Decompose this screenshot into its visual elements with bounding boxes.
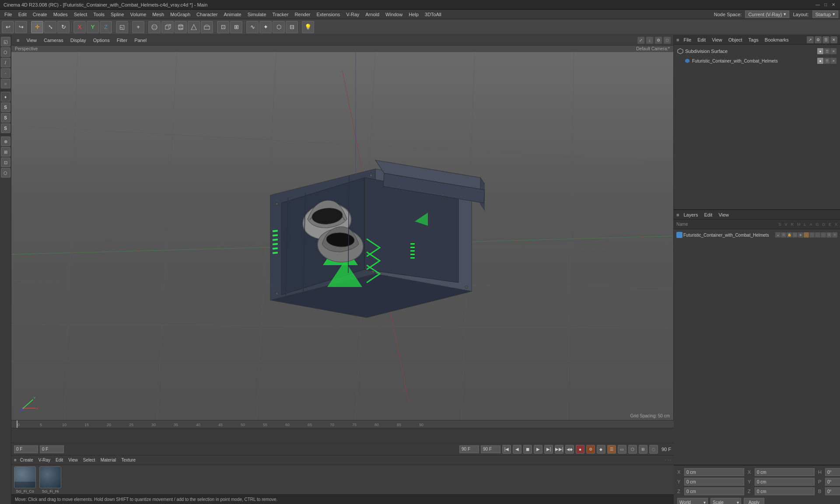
- obj-tags[interactable]: Tags: [747, 36, 760, 43]
- layer-vis[interactable]: ☰: [781, 232, 786, 238]
- obj-view[interactable]: View: [710, 36, 724, 43]
- layer-del[interactable]: ✕: [832, 232, 837, 238]
- vp-render-icon[interactable]: ↓: [646, 37, 653, 44]
- frame-input-2[interactable]: [40, 445, 64, 453]
- obj-file[interactable]: File: [682, 36, 693, 43]
- extrude-left-icon[interactable]: ⬡: [1, 168, 10, 178]
- menu-edit[interactable]: Edit: [16, 11, 29, 18]
- rotate-tool-btn[interactable]: ↻: [57, 21, 70, 33]
- sub-btn-1[interactable]: ●: [817, 48, 823, 54]
- track-btn[interactable]: ☰: [607, 445, 616, 454]
- mat-menu-toggle[interactable]: ≡: [14, 458, 17, 462]
- menu-spline[interactable]: Spline: [108, 11, 127, 18]
- size-h-input[interactable]: [825, 468, 840, 476]
- mat-edit[interactable]: Edit: [54, 457, 65, 463]
- start-frame[interactable]: [459, 445, 479, 453]
- cube-btn[interactable]: [161, 21, 174, 33]
- scale-tool-btn[interactable]: ⤡: [44, 21, 56, 33]
- obj-icon-1[interactable]: ↗: [807, 36, 814, 43]
- spline-tool-btn[interactable]: ∿: [246, 21, 259, 33]
- pos-x-input[interactable]: [684, 468, 744, 476]
- go-to-end-btn[interactable]: ▶▶|: [555, 445, 564, 454]
- menu-arnold[interactable]: Arnold: [363, 11, 382, 18]
- prev-frame-btn[interactable]: ◀: [513, 445, 522, 454]
- menu-create[interactable]: Create: [30, 11, 50, 18]
- vp-settings-icon[interactable]: ⚙: [655, 37, 662, 44]
- mesh-mode-icon[interactable]: ⬡: [1, 47, 10, 57]
- parent-btn[interactable]: ◱: [116, 21, 128, 33]
- y-axis-btn[interactable]: Y: [87, 21, 99, 33]
- timeline-settings-btn[interactable]: ◌: [649, 445, 658, 454]
- preview-btn[interactable]: ⬡: [628, 445, 637, 454]
- timeline-ruler[interactable]: 0 5 10 15 20 25 30 35 40 45 50 55 60 65 …: [11, 420, 674, 428]
- vp-menu-cameras[interactable]: Cameras: [41, 37, 66, 44]
- end-frame[interactable]: [481, 445, 500, 453]
- layer-g4[interactable]: ☰: [826, 232, 832, 238]
- light-btn[interactable]: 💡: [302, 21, 314, 33]
- material-swatch-1[interactable]: Sci_Fi_Co: [14, 466, 36, 494]
- obj-icon-3[interactable]: ☰: [822, 36, 830, 43]
- vp-menu-options[interactable]: Options: [91, 37, 112, 44]
- vp-camera-icon[interactable]: □: [664, 37, 671, 44]
- vp-menu-view[interactable]: View: [24, 37, 39, 44]
- play-btn[interactable]: ▶: [534, 445, 542, 454]
- layers-view[interactable]: View: [717, 211, 731, 218]
- snap-btn[interactable]: ⊡: [217, 21, 229, 33]
- size-p-input[interactable]: [825, 478, 840, 486]
- menu-3dtoall[interactable]: 3DToAll: [422, 11, 444, 18]
- object-mode-icon[interactable]: ○: [1, 79, 10, 88]
- menu-extensions[interactable]: Extensions: [314, 11, 343, 18]
- menu-help[interactable]: Help: [406, 11, 421, 18]
- key-all-btn[interactable]: ◆: [597, 445, 606, 454]
- window-controls[interactable]: — □ ✕: [815, 2, 836, 8]
- obj-icon-2[interactable]: ⚙: [815, 36, 822, 43]
- menu-file[interactable]: File: [2, 11, 15, 18]
- layout-dropdown[interactable]: Startup ▾: [812, 10, 838, 18]
- material-swatch-2[interactable]: Sci_Fi_Hi: [39, 466, 61, 494]
- menu-simulate[interactable]: Simulate: [245, 11, 269, 18]
- layer-g2[interactable]: ◌: [815, 232, 820, 238]
- mat-view[interactable]: View: [66, 457, 80, 463]
- apply-btn[interactable]: Apply: [744, 498, 764, 504]
- cylinder-btn[interactable]: [175, 21, 187, 33]
- layers-menu-toggle[interactable]: ≡: [676, 212, 679, 217]
- size-b-input[interactable]: [825, 487, 840, 495]
- viewport-canvas[interactable]: Grid Spacing: 50 cm Y X Z: [11, 52, 673, 420]
- sub-btn-3[interactable]: ✕: [830, 48, 836, 54]
- obj-menu-toggle[interactable]: ≡: [676, 37, 679, 42]
- layer-play[interactable]: ▶: [798, 232, 803, 238]
- vp-menu-display[interactable]: Display: [68, 37, 89, 44]
- menu-volume[interactable]: Volume: [128, 11, 149, 18]
- menu-character[interactable]: Character: [194, 11, 220, 18]
- menu-window[interactable]: Window: [383, 11, 405, 18]
- stop-btn[interactable]: ◼: [523, 445, 532, 454]
- layer-g1[interactable]: ◌: [809, 232, 815, 238]
- layer-row-1[interactable]: Futuristic_Container_with_Combat_Helmets…: [676, 230, 838, 240]
- paint-tool[interactable]: ⊕: [1, 136, 10, 146]
- x-axis-btn[interactable]: X: [74, 21, 86, 33]
- next-frame-btn[interactable]: ▶|: [544, 445, 553, 454]
- menu-tools[interactable]: Tools: [91, 11, 107, 18]
- vp-menu-panel[interactable]: Panel: [132, 37, 149, 44]
- timeline-track[interactable]: [11, 428, 674, 443]
- menu-mesh[interactable]: Mesh: [150, 11, 167, 18]
- z-axis-btn[interactable]: Z: [100, 21, 112, 33]
- menu-mograph[interactable]: MoGraph: [168, 11, 193, 18]
- obj-icon-4[interactable]: ✕: [830, 36, 837, 43]
- auto-key-btn[interactable]: ⚙: [586, 445, 595, 454]
- layer-solo[interactable]: ●: [775, 232, 780, 238]
- move-tool-btn[interactable]: ✛: [31, 21, 43, 33]
- s-tool-1[interactable]: S: [1, 102, 10, 112]
- rot-y-input[interactable]: [755, 478, 815, 486]
- layer-g3[interactable]: ◌: [821, 232, 826, 238]
- vp-menu-toggle[interactable]: ≡: [14, 37, 22, 44]
- bevel-btn[interactable]: ⊟: [286, 21, 298, 33]
- cont-btn-1[interactable]: ●: [817, 58, 823, 64]
- scale-dropdown[interactable]: Scale ▾: [710, 498, 741, 504]
- timeline-options-btn[interactable]: ⊞: [639, 445, 648, 454]
- obj-row-container[interactable]: Futuristic_Container_with_Combat_Helmets…: [676, 56, 838, 66]
- s-tool-3[interactable]: S: [1, 123, 10, 133]
- menu-vray[interactable]: V-Ray: [343, 11, 362, 18]
- sphere-btn[interactable]: [148, 21, 161, 33]
- knife-tool-btn[interactable]: ✦: [259, 21, 272, 33]
